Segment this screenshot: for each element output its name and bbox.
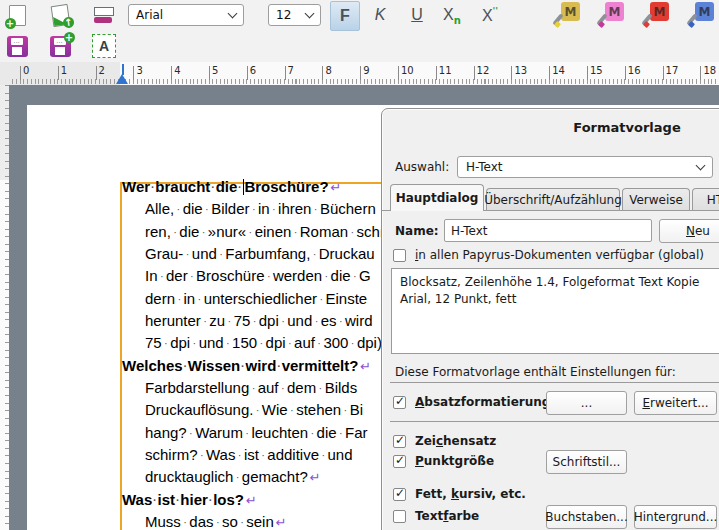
save-as-icon: ... + bbox=[50, 36, 71, 57]
ruler-number: 4 bbox=[174, 65, 180, 76]
global-checkbox[interactable] bbox=[393, 249, 406, 262]
Hintergrund-button[interactable]: Hintergrund... bbox=[634, 505, 717, 529]
toolbar-row-2: ... ... + A H-Text S T T1 T2 bbox=[0, 31, 719, 63]
name-value: H-Text bbox=[451, 224, 488, 238]
space-mark: · bbox=[203, 203, 211, 215]
ruler-number: 18 bbox=[703, 65, 716, 76]
tab-ht[interactable]: HT bbox=[692, 188, 719, 211]
ruler-unit-tick bbox=[474, 66, 475, 80]
marker-yellow-button[interactable]: M bbox=[553, 1, 581, 29]
space-mark: · bbox=[201, 315, 209, 327]
open-document-button[interactable]: ↑ bbox=[46, 1, 74, 29]
space-mark: · bbox=[348, 337, 356, 349]
marker-red-button[interactable]: M bbox=[642, 1, 670, 29]
save-as-button[interactable]: ... + bbox=[46, 32, 74, 60]
ruler-number: 3 bbox=[136, 65, 142, 76]
print-button[interactable] bbox=[90, 1, 118, 29]
space-mark: · bbox=[150, 181, 155, 193]
subscript-icon: Xn bbox=[443, 5, 461, 26]
ruler-number: 10 bbox=[401, 65, 414, 76]
name-label: Name: bbox=[395, 224, 439, 238]
space-mark: · bbox=[315, 337, 323, 349]
space-mark: · bbox=[198, 449, 206, 461]
tab-hauptdialog[interactable]: Hauptdialog bbox=[390, 184, 484, 211]
button-label: Hintergrund... bbox=[634, 510, 718, 524]
save-button[interactable]: ... bbox=[3, 32, 31, 60]
subscript-button[interactable]: Xn bbox=[438, 1, 466, 29]
font-family-value: Arial bbox=[136, 8, 163, 22]
space-mark: · bbox=[224, 337, 232, 349]
Erweitert-button[interactable]: Erweitert... bbox=[634, 391, 717, 415]
vruler-ticks bbox=[5, 85, 9, 530]
pilcrow-mark: ↵ bbox=[308, 470, 321, 485]
setting-label: Punktgröße bbox=[415, 454, 494, 468]
ruler-unit-tick bbox=[398, 66, 399, 80]
space-mark: · bbox=[249, 382, 257, 394]
bold-button[interactable]: F bbox=[330, 1, 360, 31]
open-document-icon: ↑ bbox=[50, 3, 70, 26]
space-mark: · bbox=[341, 404, 349, 416]
indent-marker[interactable] bbox=[116, 74, 128, 84]
ruler-number: 16 bbox=[628, 65, 641, 76]
ruler-number: 9 bbox=[363, 65, 369, 76]
setting-checkbox-zeichensatz[interactable] bbox=[393, 435, 406, 448]
superscript-icon: X'' bbox=[482, 6, 498, 25]
new-document-button[interactable]: + bbox=[3, 1, 31, 29]
tab-label: Überschrift/Aufzählung bbox=[484, 193, 622, 207]
tab-verweise[interactable]: Verweise bbox=[622, 188, 690, 211]
marker-pink-button[interactable]: M bbox=[597, 1, 625, 29]
setting-label: Fett, kursiv, etc. bbox=[415, 487, 526, 501]
horizontal-ruler[interactable]: 0123456789101112131415161718 bbox=[0, 62, 719, 85]
neu-button[interactable]: Neu bbox=[659, 219, 719, 243]
chevron-down-icon bbox=[305, 9, 315, 19]
setting-checkbox-fett-kursiv-etc-[interactable] bbox=[393, 488, 406, 501]
highlighter-pink-icon: M bbox=[598, 2, 624, 28]
setting-checkbox-absatzformatierung[interactable] bbox=[393, 396, 406, 409]
Buchstaben-button[interactable]: Buchstaben... bbox=[546, 505, 627, 529]
save-icon: ... bbox=[7, 36, 28, 57]
style-description-line: Arial, 12 Punkt, fett bbox=[400, 291, 719, 308]
space-mark: · bbox=[276, 360, 281, 372]
space-mark: · bbox=[243, 427, 251, 439]
italic-button[interactable]: K bbox=[366, 1, 394, 29]
more-button[interactable]: ... bbox=[546, 391, 627, 415]
ruler-unit-tick bbox=[549, 66, 550, 80]
space-mark: · bbox=[217, 248, 225, 260]
underline-button[interactable]: U bbox=[403, 1, 431, 29]
space-mark: · bbox=[162, 337, 170, 349]
printer-icon bbox=[94, 7, 114, 23]
style-selection-value: H-Text bbox=[466, 160, 503, 174]
ruler-number: 17 bbox=[666, 65, 679, 76]
space-mark: · bbox=[316, 382, 324, 394]
marker-blue-button[interactable]: M bbox=[687, 1, 715, 29]
highlighter-yellow-icon: M bbox=[554, 2, 580, 28]
space-mark: · bbox=[195, 293, 203, 305]
ruler-number: 1 bbox=[61, 65, 67, 76]
pilcrow-mark: ↵ bbox=[244, 493, 257, 508]
ruler-unit-tick bbox=[171, 66, 172, 80]
Schriftstil-button[interactable]: Schriftstil... bbox=[546, 450, 627, 474]
ruler-number: 13 bbox=[514, 65, 527, 76]
superscript-button[interactable]: X'' bbox=[476, 1, 504, 29]
name-input[interactable]: H-Text bbox=[444, 219, 652, 242]
setting-checkbox-punktgr-e[interactable] bbox=[393, 455, 406, 468]
bold-icon: F bbox=[340, 8, 350, 24]
global-checkbox-label: in allen Papyrus-Dokumenten verfügbar (g… bbox=[415, 248, 704, 262]
tab--berschrift-aufz-hlung[interactable]: Überschrift/Aufzählung bbox=[486, 188, 620, 211]
group-separator bbox=[390, 421, 719, 422]
ruler-number: 7 bbox=[288, 65, 294, 76]
space-mark: · bbox=[279, 315, 287, 327]
font-size-select[interactable]: 12 bbox=[268, 4, 321, 26]
space-mark: · bbox=[199, 226, 207, 238]
space-mark: · bbox=[264, 270, 272, 282]
vertical-ruler[interactable] bbox=[0, 85, 9, 530]
space-mark: · bbox=[183, 248, 191, 260]
setting-checkbox-textfarbe[interactable] bbox=[393, 510, 406, 523]
style-selection-select[interactable]: H-Text bbox=[457, 156, 713, 178]
ruler-unit-tick bbox=[360, 66, 361, 80]
ruler-unit-tick bbox=[663, 66, 664, 80]
format-text-button[interactable]: A bbox=[90, 32, 118, 60]
font-family-select[interactable]: Arial bbox=[128, 4, 244, 26]
space-mark: · bbox=[249, 203, 257, 215]
space-mark: · bbox=[312, 315, 320, 327]
